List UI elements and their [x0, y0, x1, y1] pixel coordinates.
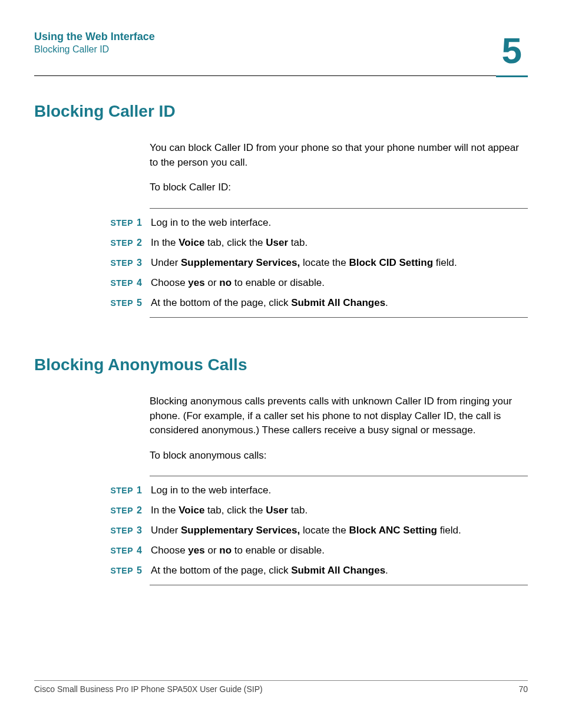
step-row: STEP 2 In the Voice tab, click the User … [104, 505, 528, 516]
step-number: 3 [133, 258, 151, 268]
step-number: 2 [133, 238, 151, 248]
step-label: STEP [104, 546, 133, 555]
step-label: STEP [104, 278, 133, 288]
step-text: Log in to the web interface. [151, 217, 528, 229]
step-label: STEP [104, 526, 133, 535]
step-row: STEP 1 Log in to the web interface. [104, 485, 528, 496]
step-row: STEP 1 Log in to the web interface. [104, 217, 528, 229]
step-label: STEP [104, 298, 133, 308]
chapter-title: Using the Web Interface [34, 31, 155, 43]
step-row: STEP 5 At the bottom of the page, click … [104, 565, 528, 577]
step-number: 1 [133, 485, 151, 496]
step-row: STEP 3 Under Supplementary Services, loc… [104, 525, 528, 536]
breadcrumb: Blocking Caller ID [34, 44, 155, 55]
step-number: 1 [133, 218, 151, 228]
steps-block-2: STEP 1 Log in to the web interface. STEP… [104, 476, 528, 585]
step-row: STEP 3 Under Supplementary Services, loc… [104, 257, 528, 269]
lead-paragraph: To block Caller ID: [150, 180, 528, 195]
step-text: Choose yes or no to enable or disable. [151, 277, 528, 289]
step-text: Log in to the web interface. [151, 485, 528, 496]
steps-divider-top [150, 208, 528, 209]
step-row: STEP 2 In the Voice tab, click the User … [104, 237, 528, 249]
step-label: STEP [104, 218, 133, 228]
lead-paragraph: To block anonymous calls: [150, 449, 528, 463]
step-label: STEP [104, 486, 133, 495]
step-text: Under Supplementary Services, locate the… [151, 257, 528, 269]
step-number: 3 [133, 525, 151, 536]
step-text: In the Voice tab, click the User tab. [151, 505, 528, 516]
step-label: STEP [104, 566, 133, 575]
intro-paragraph: Blocking anonymous calls prevents calls … [150, 394, 528, 438]
intro-paragraph: You can block Caller ID from your phone … [150, 141, 528, 170]
step-label: STEP [104, 258, 133, 268]
step-label: STEP [104, 506, 133, 515]
page-footer: Cisco Small Business Pro IP Phone SPA50X… [34, 680, 528, 694]
step-text: At the bottom of the page, click Submit … [151, 565, 528, 577]
step-row: STEP 4 Choose yes or no to enable or dis… [104, 277, 528, 289]
section-heading-blocking-caller-id: Blocking Caller ID [34, 102, 528, 121]
step-text: At the bottom of the page, click Submit … [151, 297, 528, 309]
step-number: 4 [133, 545, 151, 556]
header-divider [34, 75, 528, 76]
step-text: Choose yes or no to enable or disable. [151, 545, 528, 556]
steps-divider-bottom [150, 585, 528, 585]
chapter-number-box: 5 [496, 26, 528, 77]
page-header: Using the Web Interface Blocking Caller … [34, 31, 528, 75]
step-label: STEP [104, 238, 133, 248]
steps-divider-bottom [150, 317, 528, 318]
step-number: 4 [133, 278, 151, 288]
section-heading-blocking-anonymous-calls: Blocking Anonymous Calls [34, 355, 528, 374]
step-text: Under Supplementary Services, locate the… [151, 525, 528, 536]
step-row: STEP 4 Choose yes or no to enable or dis… [104, 545, 528, 556]
step-row: STEP 5 At the bottom of the page, click … [104, 297, 528, 309]
footer-divider [34, 680, 528, 681]
footer-page-number: 70 [518, 684, 528, 694]
steps-divider-top [150, 476, 528, 476]
steps-block-1: STEP 1 Log in to the web interface. STEP… [104, 208, 528, 318]
step-text: In the Voice tab, click the User tab. [151, 237, 528, 249]
step-number: 5 [133, 298, 151, 308]
chapter-number: 5 [496, 32, 528, 69]
step-number: 2 [133, 505, 151, 516]
step-number: 5 [133, 565, 151, 576]
footer-doc-title: Cisco Small Business Pro IP Phone SPA50X… [34, 684, 263, 694]
